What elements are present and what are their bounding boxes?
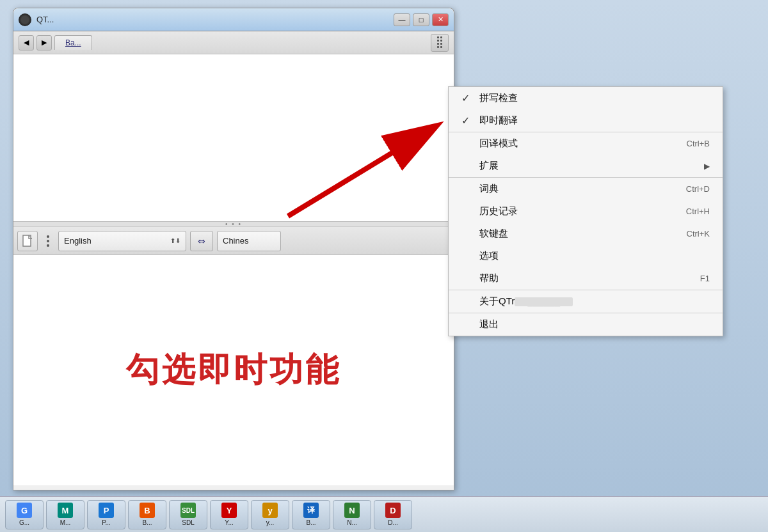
taskbar-item-y1[interactable]: Y Y... (210, 500, 248, 529)
corner-menu-button[interactable] (431, 34, 449, 52)
taskbar-item-google[interactable]: G G... (5, 500, 44, 529)
taskbar-item-b1[interactable]: B B... (128, 500, 166, 529)
source-language-selector[interactable]: English ⬆⬇ (58, 231, 186, 251)
history-shortcut: Ctrl+H (686, 207, 710, 216)
app-icon (19, 13, 31, 26)
target-language-selector[interactable]: Chines (217, 231, 281, 251)
back-translate-shortcut: Ctrl+B (687, 139, 710, 148)
toolbar-row: English ⬆⬇ ⇔ Chines (13, 227, 454, 255)
window-title: QT... (36, 15, 394, 24)
swap-icon: ⇔ (198, 236, 205, 246)
bing-icon: M (58, 503, 73, 518)
y2-icon: y (262, 503, 278, 518)
menu-item-history[interactable]: 历史记录 Ctrl+H (449, 200, 723, 223)
menu-item-spell-check[interactable]: ✓ 拼写检查 (449, 87, 723, 109)
d-label: D... (388, 519, 398, 526)
target-text-area[interactable]: 勾选即时功能 (13, 255, 454, 485)
b1-icon: B (140, 503, 155, 518)
nav-tab[interactable]: Ba... (54, 35, 92, 50)
menu-item-options[interactable]: 选项 (449, 245, 723, 267)
resize-handle[interactable]: • • • (13, 221, 454, 226)
help-label: 帮助 (479, 272, 675, 285)
options-label: 选项 (479, 250, 684, 262)
options-dots-button[interactable] (42, 231, 54, 251)
menu-item-dictionary[interactable]: 词典 Ctrl+D (449, 178, 723, 200)
p-icon: P (99, 503, 114, 518)
taskbar-item-sdl[interactable]: SDL SDL (169, 500, 207, 529)
expand-arrow-icon: ▶ (704, 162, 710, 171)
doc-icon (22, 235, 33, 247)
swap-languages-button[interactable]: ⇔ (190, 231, 213, 251)
back-translate-label: 回译模式 (479, 137, 661, 150)
instant-translate-label: 即时翻译 (479, 114, 684, 127)
nav-bar: ◀ ▶ Ba... (13, 31, 454, 54)
n-icon: N (344, 503, 360, 518)
main-window: QT... — □ ✕ ◀ ▶ Ba... • • • (13, 8, 454, 490)
taskbar-item-d[interactable]: D D... (374, 500, 412, 529)
spell-check-label: 拼写检查 (479, 92, 684, 104)
menu-item-expand[interactable]: 扩展 ▶ (449, 155, 723, 178)
source-language-label: English (64, 236, 92, 246)
taskbar-item-p[interactable]: P P... (87, 500, 125, 529)
b1-label: B... (142, 519, 152, 526)
menu-item-instant-translate[interactable]: ✓ 即时翻译 (449, 109, 723, 132)
taskbar-item-y2[interactable]: y y... (251, 500, 289, 529)
corner-dots-icon (437, 36, 443, 49)
p-label: P... (102, 519, 111, 526)
nav-back-button[interactable]: ◀ (19, 35, 34, 51)
title-bar: QT... — □ ✕ (13, 8, 454, 31)
spell-check-checkmark: ✓ (461, 92, 479, 104)
sdl-icon: SDL (180, 503, 196, 518)
menu-item-about[interactable]: 关于QTr██████ (449, 290, 723, 313)
menu-item-keyboard[interactable]: 软键盘 Ctrl+K (449, 223, 723, 245)
history-label: 历史记录 (479, 205, 660, 217)
y1-label: Y... (225, 519, 234, 526)
source-language-arrow-icon: ⬆⬇ (170, 237, 180, 244)
help-shortcut: F1 (700, 274, 710, 283)
resize-handle-icon: • • • (225, 221, 242, 228)
dictionary-label: 词典 (479, 183, 660, 195)
b2-icon: 译 (303, 503, 319, 518)
taskbar: G G... M M... P P... B B... SDL SDL Y Y.… (0, 496, 768, 532)
source-text-area[interactable]: • • • (13, 54, 454, 227)
taskbar-item-bing[interactable]: M M... (46, 500, 84, 529)
y2-label: y... (266, 519, 275, 526)
menu-item-help[interactable]: 帮助 F1 (449, 267, 723, 290)
taskbar-item-b2[interactable]: 译 B... (292, 500, 330, 529)
context-menu: ✓ 拼写检查 ✓ 即时翻译 回译模式 Ctrl+B 扩展 ▶ 词典 Ctrl+D… (448, 86, 723, 336)
expand-label: 扩展 (479, 160, 704, 172)
menu-item-back-translate[interactable]: 回译模式 Ctrl+B (449, 132, 723, 155)
svg-rect-0 (23, 235, 31, 246)
n-label: N... (347, 519, 357, 526)
b2-label: B... (306, 519, 316, 526)
instruction-text: 勾选即时功能 (126, 348, 341, 393)
menu-item-exit[interactable]: 退出 (449, 313, 723, 336)
google-icon: G (17, 503, 32, 518)
target-language-label: Chines (223, 236, 248, 246)
exit-label: 退出 (479, 318, 684, 331)
sdl-label: SDL (182, 519, 194, 526)
keyboard-label: 软键盘 (479, 228, 661, 240)
d-icon: D (385, 503, 401, 518)
keyboard-shortcut: Ctrl+K (687, 229, 710, 239)
restore-button[interactable]: □ (413, 13, 429, 26)
minimize-button[interactable]: — (394, 13, 410, 26)
new-doc-button[interactable] (17, 231, 38, 251)
bing-label: M... (60, 519, 71, 526)
taskbar-item-n[interactable]: N N... (333, 500, 371, 529)
y1-icon: Y (221, 503, 237, 518)
close-button[interactable]: ✕ (432, 13, 449, 26)
instant-translate-checkmark: ✓ (461, 114, 479, 127)
window-controls: — □ ✕ (394, 13, 449, 26)
nav-forward-button[interactable]: ▶ (36, 35, 52, 51)
dictionary-shortcut: Ctrl+D (686, 184, 710, 194)
google-label: G... (19, 519, 29, 526)
about-label: 关于QTr██████ (479, 295, 684, 308)
